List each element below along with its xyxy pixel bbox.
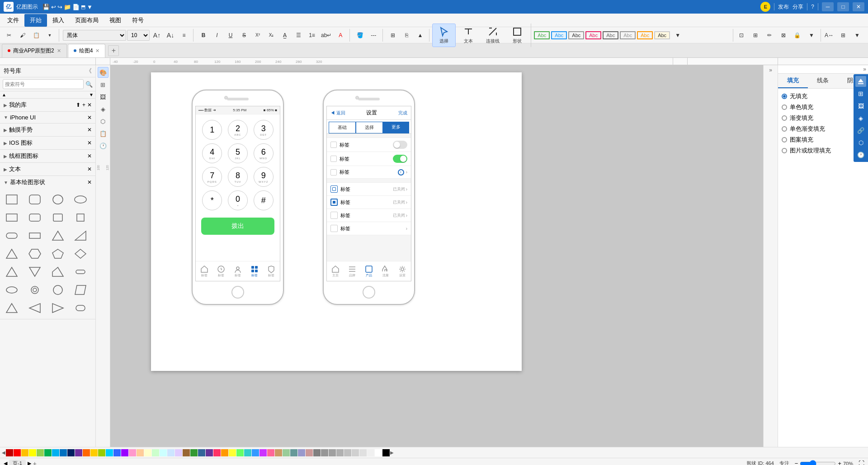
settings-nav-3[interactable]: 产品	[365, 265, 373, 278]
zoom-out-btn[interactable]: −	[795, 460, 798, 465]
color-swatch[interactable]	[75, 449, 82, 456]
format-btn2[interactable]: ⊞	[749, 29, 762, 42]
color-swatch[interactable]	[329, 449, 336, 456]
help-btn[interactable]: ?	[811, 4, 814, 10]
tab-close-2[interactable]: ✕	[95, 48, 99, 54]
color-swatch[interactable]	[359, 449, 367, 456]
color-swatch[interactable]	[336, 449, 344, 456]
left-icon-4[interactable]: ◈	[98, 104, 108, 114]
tab-add-btn[interactable]: +	[108, 45, 119, 56]
side-layers-icon[interactable]: ◈	[855, 113, 866, 123]
color-swatch[interactable]	[198, 449, 205, 456]
bold-btn[interactable]: B	[197, 29, 210, 42]
color-swatch[interactable]	[190, 449, 198, 456]
color-swatch[interactable]	[106, 449, 113, 456]
tb-more[interactable]: ▼	[87, 4, 93, 10]
side-image-icon[interactable]: 🖼	[855, 100, 866, 111]
shape-circle2[interactable]	[49, 282, 67, 298]
dial-0[interactable]: 0 +	[228, 190, 248, 210]
close-btn[interactable]: ✕	[853, 2, 864, 11]
font-increase-btn[interactable]: A↑	[151, 29, 163, 42]
color-swatch[interactable]	[37, 449, 44, 456]
menu-file[interactable]: 文件	[2, 14, 24, 27]
palette-prev[interactable]: ◀	[2, 450, 5, 455]
left-icon-1[interactable]: 🎨	[98, 67, 108, 78]
nav-3[interactable]: 标签	[234, 265, 242, 278]
prop-tab-fill[interactable]: 填充	[778, 74, 808, 88]
color-swatch[interactable]	[236, 449, 244, 456]
menu-layout[interactable]: 页面布局	[70, 14, 104, 27]
color-swatch[interactable]	[259, 449, 267, 456]
list-btn[interactable]: ☰	[292, 29, 305, 42]
table-btn[interactable]: ⊞	[837, 29, 849, 42]
dial-9[interactable]: 9 WXYZ	[254, 167, 274, 187]
shape-rtriangle[interactable]	[71, 228, 90, 244]
dial-2[interactable]: 2 ABC	[228, 120, 248, 140]
section-iphone-ui-header[interactable]: ▼ iPhone UI ✕	[0, 112, 95, 123]
color-swatch[interactable]	[213, 449, 221, 456]
maximize-btn[interactable]: □	[837, 2, 849, 11]
tb-redo[interactable]: ↪	[57, 4, 62, 10]
settings-tab-select[interactable]: 选择	[356, 122, 383, 133]
menu-insert[interactable]: 插入	[47, 14, 70, 27]
color-swatch[interactable]	[98, 449, 105, 456]
paste-btn[interactable]: 📋	[30, 29, 42, 42]
shape-rounded2[interactable]	[26, 209, 44, 226]
text-tool[interactable]: 文本	[457, 24, 480, 47]
shape-stadium[interactable]	[3, 228, 21, 244]
left-icon-7[interactable]: 🕐	[98, 140, 108, 151]
style-preset-7[interactable]: Abc	[637, 31, 653, 39]
shape-tri6[interactable]	[3, 300, 21, 316]
color-swatch[interactable]	[44, 449, 52, 456]
shape-circle[interactable]	[49, 191, 67, 208]
lib-scroll-down[interactable]: ▼	[89, 92, 94, 97]
color-swatch[interactable]	[183, 449, 190, 456]
zoom-in-btn[interactable]: +	[838, 460, 841, 465]
settings-nav-1[interactable]: 主页	[331, 265, 340, 278]
page-prev[interactable]: ◀	[4, 460, 7, 465]
tb-undo[interactable]: ↩	[51, 4, 56, 10]
more-tools-btn[interactable]: ▼	[805, 29, 818, 42]
shape-tri8[interactable]	[49, 300, 67, 316]
settings-tab-basic[interactable]: 基础	[329, 122, 356, 133]
menu-start[interactable]: 开始	[24, 14, 47, 27]
dial-hash[interactable]: #	[254, 190, 274, 210]
connect-tool[interactable]: 连接线	[481, 24, 505, 47]
fill-pattern[interactable]: 图案填充	[782, 136, 864, 144]
prop-tab-line[interactable]: 线条	[808, 74, 838, 88]
style-preset-1[interactable]: Abc	[534, 31, 550, 39]
library-collapse-btn[interactable]: 《	[86, 67, 92, 75]
color-swatch[interactable]	[267, 449, 274, 456]
section-text-header[interactable]: ▶ 文本 ✕	[0, 163, 95, 176]
color-swatch[interactable]	[275, 449, 282, 456]
shape-capsule[interactable]	[71, 300, 90, 316]
dial-5[interactable]: 5 JKL	[228, 143, 248, 163]
shape-tri2[interactable]	[3, 246, 21, 262]
tb-open[interactable]: 📁	[64, 4, 71, 10]
section-my-library-header[interactable]: ▶ 我的库 ⬆ + ✕	[0, 99, 95, 111]
shape-pent[interactable]	[49, 246, 67, 262]
zoom-slider[interactable]	[800, 461, 836, 465]
side-link-icon[interactable]: 🔗	[855, 125, 866, 136]
share-btn[interactable]: 分享	[793, 3, 803, 11]
numlist-btn[interactable]: 1≡	[306, 29, 318, 42]
subscript-btn[interactable]: X₂	[265, 29, 278, 42]
color-swatch[interactable]	[221, 449, 228, 456]
left-icon-2[interactable]: ⊞	[98, 79, 108, 90]
side-fill-icon[interactable]	[855, 76, 866, 87]
size-select[interactable]: 10	[127, 30, 150, 41]
style-preset-5[interactable]: Abc	[603, 31, 618, 39]
fill-none[interactable]: 无填充	[782, 92, 864, 100]
minimize-btn[interactable]: ─	[822, 2, 834, 11]
color-swatch[interactable]	[206, 449, 213, 456]
tb-save[interactable]: 💾	[42, 4, 50, 10]
dial-7[interactable]: 7 PQRS	[202, 167, 222, 187]
shape-tool[interactable]: 形状	[505, 24, 529, 47]
my-lib-import[interactable]: ⬆	[76, 102, 80, 108]
fontcolor-btn[interactable]: A	[334, 29, 347, 42]
my-lib-add[interactable]: +	[82, 102, 85, 108]
color-swatch[interactable]	[121, 449, 128, 456]
style-preset-3[interactable]: Abc	[568, 31, 584, 39]
settings-tab-more[interactable]: 更多	[383, 122, 409, 133]
canvas-viewport[interactable]: •••• 数据 ➜ 5:35 PM ■ 65% ■ 1	[110, 65, 763, 447]
